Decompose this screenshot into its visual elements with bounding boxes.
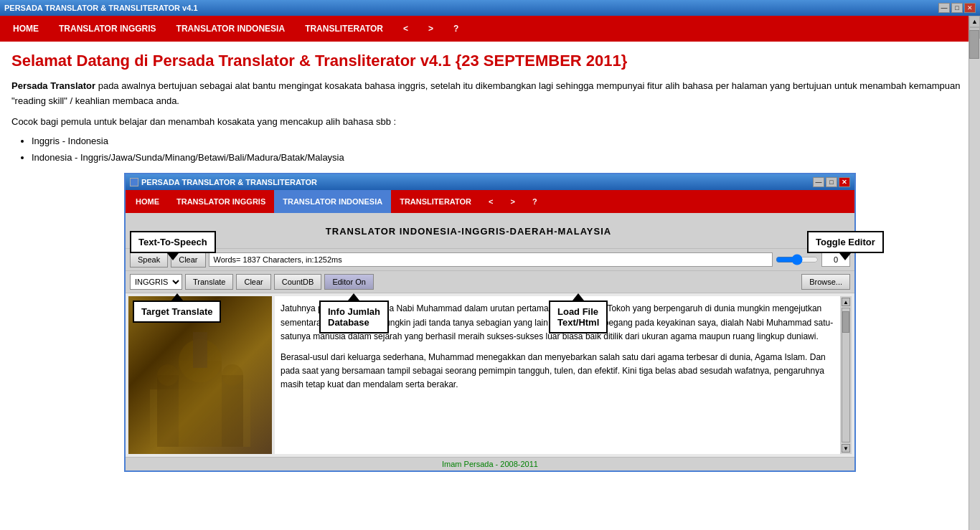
page-intro-bold: Persada Translator — [11, 80, 95, 91]
app-nav: HOME TRANSLATOR INGGRIS TRANSLATOR INDON… — [126, 190, 854, 213]
app-title-text: PERSADA TRANSLATOR & TRANSLITERATOR — [141, 178, 317, 186]
scroll-down-arrow[interactable]: ▼ — [842, 444, 850, 453]
page-intro: Persada Translator pada awalnya bertujua… — [11, 79, 969, 109]
app-close-button[interactable]: ✕ — [839, 177, 850, 187]
scrollbar[interactable]: ▲ ▼ — [840, 296, 852, 454]
app-nav-home[interactable]: HOME — [127, 190, 168, 213]
text-to-speech-callout: Text-To-Speech — [130, 231, 216, 253]
minimize-button[interactable]: — — [938, 3, 950, 13]
nav-translator-indonesia[interactable]: TRANSLATOR INDONESIA — [166, 16, 296, 42]
words-info: Words= 1837 Characters, in:1252ms — [209, 252, 773, 267]
app-nav-help[interactable]: ? — [524, 190, 546, 213]
text-paragraph-2: Berasal-usul dari keluarga sederhana, Mu… — [281, 351, 834, 392]
app-nav-next[interactable]: > — [501, 190, 523, 213]
app-nav-translator-inggris[interactable]: TRANSLATOR INGGRIS — [168, 190, 274, 213]
page-list-intro: Cocok bagi pemula untuk belajar dan mena… — [11, 116, 969, 127]
list-item: Indonesia - Inggris/Jawa/Sunda/Minang/Be… — [32, 149, 969, 166]
nav-translator-inggris[interactable]: TRANSLATOR INGGRIS — [49, 16, 166, 42]
close-button[interactable]: ✕ — [964, 3, 976, 13]
scroll-slider[interactable] — [776, 254, 819, 265]
page-intro-rest: pada awalnya bertujuan sebagai alat bant… — [11, 80, 961, 106]
svg-point-7 — [222, 364, 243, 386]
speak-row: Speak Clear Words= 1837 Characters, in:1… — [126, 249, 854, 271]
page-content: Selamat Datang di Persada Translator & T… — [0, 42, 980, 489]
main-nav-bar: HOME TRANSLATOR INGGRIS TRANSLATOR INDON… — [0, 16, 980, 42]
app-nav-transliterator[interactable]: TRANSLITERATOR — [391, 190, 480, 213]
app-window: PERSADA TRANSLATOR & TRANSLITERATOR — □ … — [124, 173, 856, 472]
editor-on-button[interactable]: Editor On — [324, 274, 373, 290]
translator-header-title: TRANSLATOR INDONESIA-INGGRIS-DAERAH-MALA… — [130, 226, 807, 237]
nav-help[interactable]: ? — [443, 16, 468, 42]
browser-title-bar: PERSADA TRANSLATOR & TRANSLITERATOR v4.1… — [0, 0, 980, 16]
language-select[interactable]: INGGRIS — [130, 274, 182, 290]
footer-text: Imam Persada - 2008-2011 — [442, 460, 538, 468]
page-scrollbar[interactable]: ▲ ▼ — [969, 16, 980, 489]
svg-rect-3 — [193, 332, 207, 368]
scroll-up-arrow[interactable]: ▲ — [842, 298, 850, 306]
app-footer: Imam Persada - 2008-2011 — [126, 457, 854, 470]
countdb-button[interactable]: CountDB — [274, 274, 322, 290]
app-content: Text-To-Speech TRANSLATOR INDONESIA-INGG… — [126, 213, 854, 470]
app-title-left: PERSADA TRANSLATOR & TRANSLITERATOR — [130, 178, 317, 186]
translate-button[interactable]: Translate — [185, 274, 233, 290]
nav-transliterator[interactable]: TRANSLITERATOR — [295, 16, 393, 42]
app-title-bar: PERSADA TRANSLATOR & TRANSLITERATOR — □ … — [126, 174, 854, 190]
svg-point-6 — [157, 364, 179, 386]
app-icon — [130, 178, 138, 186]
clear-button-2[interactable]: Clear — [236, 274, 270, 290]
app-maximize-button[interactable]: □ — [826, 177, 837, 187]
toggle-editor-callout: Toggle Editor — [807, 231, 884, 253]
browse-button[interactable]: Browse... — [801, 274, 850, 290]
page-list: Inggris - Indonesia Indonesia - Inggris/… — [32, 133, 969, 166]
nav-next[interactable]: > — [418, 16, 443, 42]
speak-button[interactable]: Speak — [130, 252, 168, 268]
info-jumlah-callout: Info Jumlah Database — [319, 301, 389, 333]
nav-prev[interactable]: < — [393, 16, 418, 42]
browser-controls: — □ ✕ — [938, 3, 976, 13]
load-file-callout: Load File Text/Html — [549, 301, 608, 333]
app-minimize-button[interactable]: — — [813, 177, 824, 187]
translator-header-row: Text-To-Speech TRANSLATOR INDONESIA-INGG… — [126, 213, 854, 249]
page-scroll-up[interactable]: ▲ — [969, 16, 980, 27]
app-nav-prev[interactable]: < — [480, 190, 501, 213]
browser-title: PERSADA TRANSLATOR & TRANSLITERATOR v4.1 — [4, 4, 198, 12]
main-content-area: Target Translate Info Jumlah Database Lo… — [126, 293, 854, 457]
page-scroll-thumb[interactable] — [969, 30, 979, 59]
scroll-track — [842, 308, 850, 443]
nav-home[interactable]: HOME — [3, 16, 49, 42]
translate-row: INGGRIS Translate Clear CountDB Editor O… — [126, 271, 854, 293]
app-title-controls: — □ ✕ — [813, 177, 850, 187]
target-translate-callout: Target Translate — [133, 301, 221, 323]
app-nav-translator-indonesia[interactable]: TRANSLATOR INDONESIA — [274, 190, 391, 213]
decorative-image — [136, 303, 265, 447]
page-title: Selamat Datang di Persada Translator & T… — [11, 52, 969, 70]
scroll-thumb[interactable] — [842, 311, 849, 333]
maximize-button[interactable]: □ — [951, 3, 963, 13]
list-item: Inggris - Indonesia — [32, 133, 969, 149]
